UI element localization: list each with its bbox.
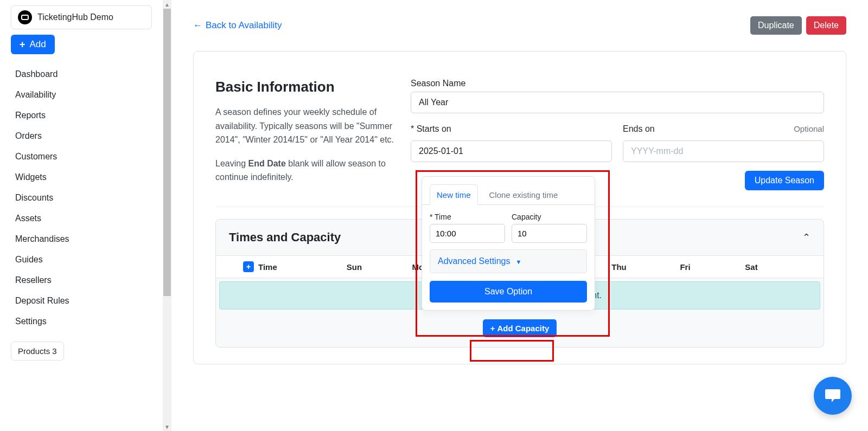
nav-availability[interactable]: Availability: [11, 85, 152, 105]
plus-icon: +: [20, 40, 25, 49]
nav-reports[interactable]: Reports: [11, 105, 152, 126]
nav-discounts[interactable]: Discounts: [11, 188, 152, 208]
add-button-label: Add: [30, 39, 46, 50]
basic-info-note: Leaving End Date blank will allow season…: [215, 157, 400, 184]
capacity-label: Capacity: [512, 213, 587, 221]
nav-settings[interactable]: Settings: [11, 311, 152, 332]
nav-resellers[interactable]: Resellers: [11, 270, 152, 291]
starts-col: * Starts on: [411, 124, 612, 162]
capacity-input[interactable]: [512, 224, 587, 243]
add-capacity-button[interactable]: + Add Capacity: [483, 319, 557, 337]
chevron-up-icon: ⌃: [802, 231, 810, 243]
season-card: Basic Information A season defines your …: [193, 51, 846, 364]
back-link[interactable]: ← Back to Availability: [193, 20, 282, 31]
plus-icon: +: [490, 324, 495, 333]
add-capacity-label: Add Capacity: [497, 324, 549, 333]
th-sun: Sun: [321, 262, 387, 272]
note-bold: End Date: [248, 159, 286, 168]
duplicate-button[interactable]: Duplicate: [750, 16, 802, 35]
new-time-popover: New time Clone existing time * Time Capa…: [422, 176, 595, 311]
optional-label: Optional: [794, 124, 824, 133]
th-fri: Fri: [652, 262, 718, 272]
starts-label: * Starts on: [411, 124, 451, 134]
ends-col: Ends on Optional: [623, 124, 824, 162]
brand-selector[interactable]: TicketingHub Demo: [11, 5, 152, 29]
basic-info-desc: A season defines your weekly schedule of…: [215, 105, 400, 147]
starts-input[interactable]: [411, 140, 612, 162]
save-option-button[interactable]: Save Option: [430, 281, 587, 303]
nav-assets[interactable]: Assets: [11, 208, 152, 229]
add-row-icon[interactable]: +: [243, 261, 254, 272]
tab-new-time[interactable]: New time: [430, 184, 478, 205]
basic-info-right: Season Name * Starts on Ends on Optional: [411, 79, 824, 190]
chat-button[interactable]: [814, 377, 852, 415]
delete-button[interactable]: Delete: [806, 16, 846, 35]
basic-info-title: Basic Information: [215, 79, 400, 95]
th-sat: Sat: [718, 262, 784, 272]
brand-logo-icon: [18, 10, 32, 24]
advanced-settings-box[interactable]: Advanced Settings ▼: [430, 249, 587, 273]
popover-body: * Time Capacity Advanced Settings ▼: [422, 205, 595, 273]
ends-input[interactable]: [623, 140, 824, 162]
add-capacity-row: + Add Capacity: [216, 313, 824, 347]
top-actions: Duplicate Delete: [750, 16, 846, 35]
time-label: * Time: [430, 213, 505, 221]
popover-tabs: New time Clone existing time: [422, 184, 595, 205]
update-season-button[interactable]: Update Season: [745, 171, 824, 190]
caret-down-icon: ▼: [516, 259, 522, 265]
scroll-up-icon[interactable]: ▲: [163, 0, 171, 9]
times-capacity-panel: Times and Capacity ⌃ + Time Sun Mon Tue …: [215, 219, 824, 348]
products-selector[interactable]: Products 3: [11, 342, 64, 361]
nav-merchandises[interactable]: Merchandises: [11, 229, 152, 249]
nav-deposit-rules[interactable]: Deposit Rules: [11, 291, 152, 311]
nav-list: Dashboard Availability Reports Orders Cu…: [11, 64, 152, 332]
main-content: ← Back to Availability Duplicate Delete …: [171, 0, 868, 431]
th-time-col: + Time: [243, 261, 321, 272]
nav-widgets[interactable]: Widgets: [11, 167, 152, 188]
th-time-label: Time: [258, 262, 277, 272]
arrow-left-icon: ←: [193, 20, 202, 31]
chat-icon: [824, 388, 841, 404]
season-name-label: Season Name: [411, 79, 824, 88]
th-thu: Thu: [586, 262, 652, 272]
brand-name: TicketingHub Demo: [37, 12, 113, 22]
note-prefix: Leaving: [215, 159, 248, 168]
nav-dashboard[interactable]: Dashboard: [11, 64, 152, 85]
ends-label: Ends on: [623, 124, 655, 134]
back-link-label: Back to Availability: [206, 20, 282, 31]
nav-orders[interactable]: Orders: [11, 126, 152, 146]
scroll-down-icon[interactable]: ▼: [163, 422, 171, 431]
add-button[interactable]: + Add: [11, 35, 55, 54]
date-row: * Starts on Ends on Optional: [411, 124, 824, 162]
sidebar-scrollbar[interactable]: ▲ ▼: [163, 0, 171, 431]
advanced-settings-label: Advanced Settings: [438, 256, 510, 266]
nav-guides[interactable]: Guides: [11, 249, 152, 270]
sidebar: TicketingHub Demo + Add Dashboard Availa…: [0, 0, 163, 431]
tab-clone-time[interactable]: Clone existing time: [482, 184, 565, 205]
basic-info-left: Basic Information A season defines your …: [215, 79, 400, 190]
season-name-input[interactable]: [411, 92, 824, 113]
nav-customers[interactable]: Customers: [11, 146, 152, 167]
page-top-row: ← Back to Availability Duplicate Delete: [193, 16, 846, 35]
time-input[interactable]: [430, 224, 505, 243]
times-capacity-title: Times and Capacity: [229, 230, 341, 245]
scroll-thumb[interactable]: [163, 9, 171, 296]
